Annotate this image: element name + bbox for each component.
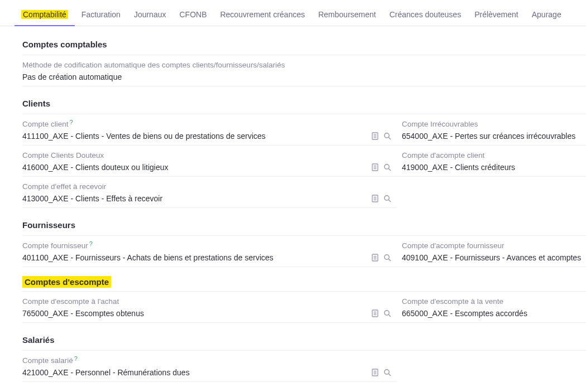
file-icon[interactable] [371, 368, 380, 377]
tab-cfonb[interactable]: CFONB [172, 4, 213, 26]
help-icon[interactable]: ? [70, 119, 73, 125]
section-title: Fournisseurs [22, 217, 586, 236]
help-icon[interactable]: ? [74, 355, 78, 362]
field-value[interactable]: 416000_AXE - Clients douteux ou litigieu… [22, 163, 396, 172]
field-label: Compte client? [22, 120, 396, 128]
help-icon[interactable]: ? [89, 240, 93, 247]
field-empty [396, 351, 586, 382]
tab-prelevement[interactable]: Prélèvement [468, 4, 525, 26]
section-salaries: Salariés Compte salarié? 421000_AXE - Pe… [22, 332, 586, 382]
field-value[interactable]: 654000_AXE - Pertes sur créances irrécou… [402, 132, 586, 141]
field-escompte-achat: Compte d'escompte à l'achat 765000_AXE -… [22, 292, 396, 323]
field-value[interactable]: 411100_AXE - Clients - Ventes de biens o… [22, 132, 396, 141]
search-icon[interactable] [383, 253, 392, 262]
search-icon[interactable] [383, 194, 392, 203]
field-value[interactable]: 419000_AXE - Clients créditeurs [402, 163, 586, 172]
tab-facturation[interactable]: Facturation [75, 4, 127, 26]
section-clients: Clients Compte client? 411100_AXE - Clie… [22, 95, 586, 208]
field-label: Compte d'escompte à la vente [402, 297, 586, 306]
field-value[interactable]: 401100_AXE - Fournisseurs - Achats de bi… [22, 253, 396, 262]
field-compte-effet: Compte d'effet à recevoir 413000_AXE - C… [22, 177, 396, 208]
tab-journaux[interactable]: Journaux [127, 4, 173, 26]
section-title: Comptes d'escompte [22, 276, 111, 288]
content-area: Comptes comptables Méthode de codificati… [0, 26, 586, 382]
tabs-bar: Comptabilité Facturation Journaux CFONB … [0, 0, 586, 26]
field-compte-douteux: Compte Clients Douteux 416000_AXE - Clie… [22, 146, 396, 177]
search-icon[interactable] [383, 368, 392, 377]
field-value[interactable]: 665000_AXE - Escomptes accordés [402, 309, 586, 318]
tab-remboursement[interactable]: Remboursement [311, 4, 383, 26]
section-title: Comptes comptables [22, 36, 586, 55]
field-value[interactable]: 413000_AXE - Clients - Effets à recevoir [22, 194, 396, 203]
file-icon[interactable] [371, 309, 380, 318]
search-icon[interactable] [383, 163, 392, 172]
field-compte-acompte-fournisseur: Compte d'acompte fournisseur 409100_AXE … [396, 236, 586, 267]
field-label: Méthode de codification automatique des … [22, 61, 586, 69]
tab-comptabilite[interactable]: Comptabilité [15, 4, 75, 26]
field-value[interactable]: 765000_AXE - Escomptes obtenus [22, 309, 396, 318]
field-label: Compte d'acompte fournisseur [402, 241, 586, 250]
section-title: Clients [22, 95, 586, 114]
field-compte-acompte-client: Compte d'acompte client 419000_AXE - Cli… [396, 146, 586, 177]
field-label: Compte d'acompte client [402, 151, 586, 159]
search-icon[interactable] [383, 309, 392, 318]
field-compte-irrecouvrables: Compte Irrécouvrables 654000_AXE - Perte… [396, 114, 586, 146]
field-method: Méthode de codification automatique des … [22, 55, 586, 86]
section-fournisseurs: Fournisseurs Compte fournisseur? 401100_… [22, 217, 586, 267]
section-escompte: Comptes d'escompte Compte d'escompte à l… [22, 276, 586, 323]
field-compte-salarie: Compte salarié? 421000_AXE - Personnel -… [22, 351, 396, 382]
field-value[interactable]: Pas de création automatique [22, 72, 586, 81]
field-compte-client: Compte client? 411100_AXE - Clients - Ve… [22, 114, 396, 146]
file-icon[interactable] [371, 163, 380, 172]
tab-creances-douteuses[interactable]: Créances douteuses [383, 4, 468, 26]
file-icon[interactable] [371, 253, 380, 262]
section-comptes-comptables: Comptes comptables Méthode de codificati… [22, 36, 586, 86]
file-icon[interactable] [371, 194, 380, 203]
field-label: Compte Irrécouvrables [402, 120, 586, 128]
field-empty [396, 177, 586, 208]
field-label: Compte salarié? [22, 356, 396, 365]
tab-recouvrement[interactable]: Recouvrement créances [213, 4, 311, 26]
tab-apurage[interactable]: Apurage [525, 4, 568, 26]
field-label: Compte Clients Douteux [22, 151, 396, 159]
field-value[interactable]: 421000_AXE - Personnel - Rémunérations d… [22, 368, 396, 377]
search-icon[interactable] [383, 132, 392, 141]
field-label: Compte fournisseur? [22, 241, 396, 250]
field-escompte-vente: Compte d'escompte à la vente 665000_AXE … [396, 292, 586, 323]
field-label: Compte d'escompte à l'achat [22, 297, 396, 306]
section-title: Salariés [22, 332, 586, 351]
field-compte-fournisseur: Compte fournisseur? 401100_AXE - Fournis… [22, 236, 396, 267]
field-label: Compte d'effet à recevoir [22, 182, 396, 191]
file-icon[interactable] [371, 132, 380, 141]
field-value[interactable]: 409100_AXE - Fournisseurs - Avances et a… [402, 253, 586, 262]
